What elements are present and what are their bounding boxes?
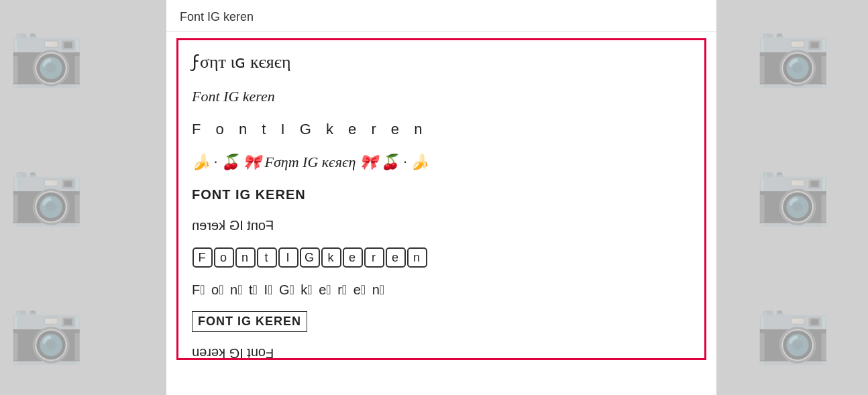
bubble-char: F — [193, 247, 213, 268]
bubble-char: G — [300, 247, 320, 268]
bubble-char: t — [257, 247, 277, 268]
watermark-icon: 📷 — [755, 296, 830, 367]
font-text-5: FONT IG KEREN — [192, 187, 306, 202]
page-title: Font IG keren — [180, 10, 254, 23]
bubble-char: I — [278, 247, 299, 268]
bubble-char: e — [386, 247, 406, 268]
bubble-char: r — [364, 247, 384, 268]
watermark-icon: 📷 — [9, 296, 84, 367]
font-text-6: Font IG keren — [192, 216, 274, 235]
watermark-icon: 📷 — [755, 158, 830, 229]
bubble-char: n — [407, 247, 427, 268]
font-preview-line-6[interactable]: Font IG keren — [192, 216, 691, 235]
font-preview-line-10[interactable]: Font IG keren — [192, 344, 691, 360]
font-preview-line-4[interactable]: 🍌 · 🍒 🎀 Fσηт IG кєяєη 🎀 🍒 · 🍌 — [192, 152, 691, 173]
font-preview-line-1[interactable]: ϝσηт ιɢ кєяєη — [192, 50, 691, 74]
bubble-char: k — [321, 247, 341, 268]
page-header: Font IG keren — [166, 0, 716, 32]
bubble-char: o — [214, 247, 234, 268]
main-content: Font IG keren ϝσηт ιɢ кєяєη Font IG kere… — [166, 0, 716, 395]
bubble-char: e — [343, 247, 363, 268]
watermark-icon: 📷 — [9, 158, 84, 229]
font-text-2: Font IG keren — [192, 88, 275, 105]
font-text-8: F⃞ o⃞ n⃞ t⃞ I⃞ G⃞ k⃞ e⃞ r⃞ e⃞ n⃞ — [192, 282, 386, 297]
watermark-icon: 📷 — [755, 19, 830, 90]
watermark-icon: 📷 — [9, 19, 84, 90]
font-text-9: FONT IG KEREN — [192, 311, 307, 332]
font-preview-line-8[interactable]: F⃞ o⃞ n⃞ t⃞ I⃞ G⃞ k⃞ e⃞ r⃞ e⃞ n⃞ — [192, 280, 691, 299]
font-text-10: Font IG keren — [192, 344, 274, 360]
font-preview-box: ϝσηт ιɢ кєяєη Font IG keren F o n t I G … — [176, 38, 706, 360]
font-preview-line-9[interactable]: FONT IG KEREN — [192, 311, 691, 332]
font-preview-line-3[interactable]: F o n t I G k e r e n — [192, 119, 691, 140]
font-preview-line-5[interactable]: FONT IG KEREN — [192, 185, 691, 204]
font-preview-line-2[interactable]: Font IG keren — [192, 87, 691, 107]
bubble-char: n — [235, 247, 256, 268]
font-text-4: 🍌 · 🍒 🎀 Fσηт IG кєяєη 🎀 🍒 · 🍌 — [192, 154, 429, 170]
font-text-1: ϝσηт ιɢ кєяєη — [192, 52, 290, 72]
font-preview-line-7[interactable]: FontIGkeren — [192, 247, 691, 268]
font-text-3: F o n t I G k e r e n — [192, 121, 427, 137]
